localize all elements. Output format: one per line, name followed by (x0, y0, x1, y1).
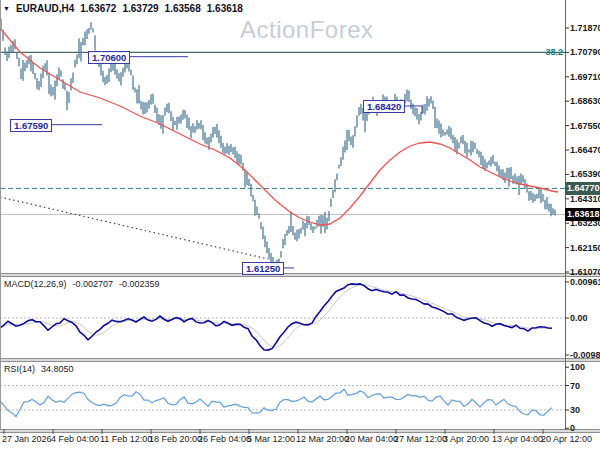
macd-main-line (0, 284, 552, 350)
rsi-axis-label: 30 (570, 405, 580, 415)
macd-signal-line (0, 285, 552, 348)
rsi-indicator-name: RSI(14) (4, 364, 35, 374)
rsi-axis-label: 100 (570, 362, 585, 372)
x-axis-label: 5 Mar 12:00 (247, 434, 295, 444)
price-level-label: 1.61250 (242, 262, 284, 275)
price-axis-label: 1.70790 (570, 47, 600, 57)
moving-average-line (0, 28, 558, 225)
x-axis-label: 20 Mar 04:00 (345, 434, 398, 444)
price-axis-label: 1.62150 (570, 243, 600, 253)
chart-root: ▼ EURAUD,H4 1.63672 1.63729 1.63568 1.63… (0, 0, 600, 450)
x-axis-label: 27 Jan 2026 (2, 434, 52, 444)
x-axis-label: 4 Feb 04:00 (51, 434, 99, 444)
price-axis-label: 1.69710 (570, 72, 600, 82)
price-axis-label: 1.68630 (570, 96, 600, 106)
x-axis-label: 26 Feb 04:00 (198, 434, 251, 444)
level-price-tag: 1.64770 (565, 182, 600, 195)
x-axis-label: 12 Mar 20:00 (296, 434, 349, 444)
price-level-label: 1.67590 (10, 119, 52, 132)
symbol-name: EURAUD,H4 (16, 3, 74, 14)
descending-trendline (0, 197, 268, 259)
rsi-value: 34.8050 (41, 364, 74, 374)
x-axis-label: 27 Mar 12:00 (394, 434, 447, 444)
ohlc-high: 1.63729 (122, 3, 158, 14)
current-price-tag: 1.63618 (565, 208, 600, 221)
price-axis-label: 1.71870 (570, 23, 600, 33)
x-axis-label: 18 Feb 20:00 (149, 434, 202, 444)
ohlc-low: 1.63568 (165, 3, 201, 14)
rsi-axis-label: 0 (570, 423, 575, 433)
price-level-label: 1.68420 (363, 100, 405, 113)
x-axis-label: 20 Apr 12:00 (541, 434, 592, 444)
symbol-titlebar: ▼ EURAUD,H4 1.63672 1.63729 1.63568 1.63… (3, 3, 243, 14)
ohlc-close: 1.63618 (207, 3, 243, 14)
rsi-line (0, 389, 552, 416)
symbol-dropdown-icon[interactable]: ▼ (3, 4, 10, 14)
ohlc-open: 1.63672 (80, 3, 116, 14)
macd-panel-title: MACD(12,26,9) -0.002707 -0.002359 (4, 279, 160, 289)
price-axis-label: 1.64310 (570, 194, 600, 204)
macd-axis-label: 0.00 (570, 313, 588, 323)
fib-382-label: 38.2 (536, 47, 563, 57)
macd-axis-label: 0.009618 (570, 277, 600, 287)
watermark: ActionForex (240, 16, 374, 44)
price-axis-label: 1.66470 (570, 145, 600, 155)
macd-indicator-name: MACD(12,26,9) (4, 279, 67, 289)
x-axis-label: 13 Apr 04:00 (492, 434, 543, 444)
price-axis-label: 1.67550 (570, 121, 600, 131)
rsi-axis-label: 70 (570, 381, 580, 391)
chart-canvas[interactable] (0, 0, 600, 450)
price-axis-label: 1.65390 (570, 169, 600, 179)
x-axis-label: 3 Apr 20:00 (443, 434, 489, 444)
price-level-label: 1.70600 (88, 51, 130, 64)
macd-value-2: -0.002359 (119, 279, 160, 289)
macd-axis-label: -0.009892 (570, 350, 600, 360)
x-axis-label: 11 Feb 12:00 (100, 434, 152, 444)
rsi-panel-title: RSI(14) 34.8050 (4, 364, 74, 374)
macd-value-1: -0.002707 (73, 279, 114, 289)
price-axis-label: 1.61070 (570, 267, 600, 277)
